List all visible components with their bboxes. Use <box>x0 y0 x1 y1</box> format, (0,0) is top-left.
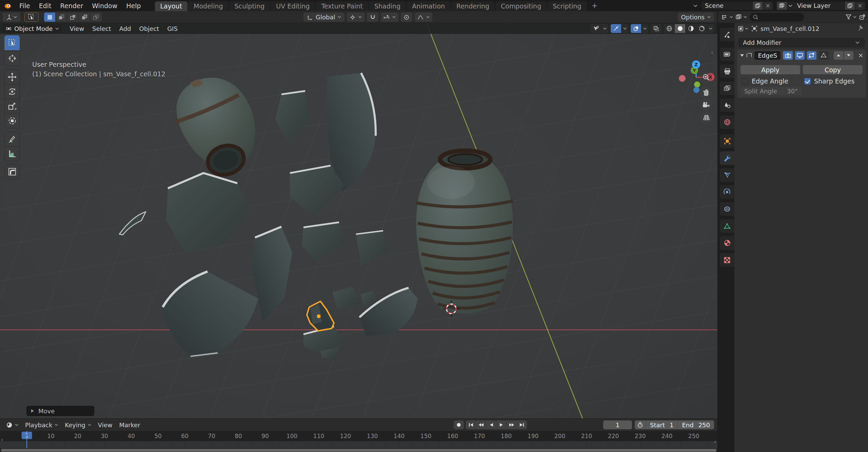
mode-selector[interactable]: Object Mode <box>3 24 62 33</box>
viewport-menu-gis[interactable]: GIS <box>163 23 182 34</box>
proportional-editing-toggle[interactable] <box>401 13 412 22</box>
modifier-move-up-button[interactable] <box>834 51 843 60</box>
sharp-edges-option[interactable]: Sharp Edges <box>804 77 854 85</box>
move-tool[interactable] <box>4 70 20 84</box>
tab-scene[interactable] <box>720 98 734 112</box>
pivot-point-dropdown[interactable] <box>347 13 364 22</box>
edge-angle-option[interactable]: Edge Angle <box>742 77 788 85</box>
timeline-menu-view[interactable]: View <box>95 421 116 429</box>
modifier-move-down-button[interactable] <box>844 51 853 60</box>
modifier-expand-icon[interactable] <box>746 52 752 58</box>
tab-output[interactable] <box>720 64 734 78</box>
modifier-render-toggle[interactable] <box>783 51 792 60</box>
select-mode-invert[interactable] <box>79 13 90 22</box>
workspace-tab-animation[interactable]: Animation <box>407 1 450 11</box>
menu-render[interactable]: Render <box>56 0 88 11</box>
rotate-tool[interactable] <box>4 84 20 99</box>
active-tool-select-box[interactable] <box>24 13 39 22</box>
split-angle-field[interactable]: Split Angle 30° <box>741 87 802 95</box>
snap-magnet-toggle[interactable] <box>367 13 378 22</box>
blender-logo-icon[interactable] <box>0 2 15 9</box>
start-frame-field[interactable]: Start 1 <box>646 420 678 429</box>
visibility-dropdown-icon[interactable] <box>601 24 608 33</box>
panel-expand-icon[interactable] <box>740 54 744 57</box>
sharp-edges-checkbox[interactable] <box>804 78 811 84</box>
3d-viewport[interactable]: Object Mode ViewSelectAddObjectGIS <box>0 23 717 418</box>
apply-button[interactable]: Apply <box>741 65 800 74</box>
operator-panel[interactable]: Move <box>26 406 94 416</box>
scene-unlink-icon[interactable]: ✕ <box>763 1 773 10</box>
modifier-cage-toggle[interactable] <box>819 51 828 60</box>
workspace-tab-modeling[interactable]: Modeling <box>188 1 228 11</box>
workspace-tab-compositing[interactable]: Compositing <box>495 1 547 11</box>
tab-constraints[interactable] <box>720 202 734 216</box>
viewport-menu-select[interactable]: Select <box>88 23 115 34</box>
options-dropdown[interactable]: Options <box>678 13 714 22</box>
timeline-menu-marker[interactable]: Marker <box>116 421 144 429</box>
editor-type-button[interactable] <box>3 13 20 22</box>
current-frame-field[interactable]: 1 <box>603 420 632 429</box>
modifier-name-field[interactable]: EdgeS <box>754 51 781 60</box>
show-gizmo-icon[interactable] <box>611 24 622 33</box>
timeline-menu-playback[interactable]: Playback <box>22 421 61 429</box>
modifier-editmode-toggle[interactable] <box>807 51 816 60</box>
view-layer-name[interactable]: View Layer <box>794 2 845 9</box>
add-modifier-dropdown[interactable]: Add Modifier <box>738 38 865 47</box>
add-primitive-tool[interactable] <box>4 164 20 179</box>
annotate-tool[interactable] <box>4 132 20 147</box>
playhead[interactable] <box>26 431 27 448</box>
display-filter-button[interactable] <box>736 14 747 20</box>
copy-button[interactable]: Copy <box>803 65 863 74</box>
measure-tool[interactable] <box>4 146 20 161</box>
workspace-tab-layout[interactable]: Layout <box>155 1 188 11</box>
preview-range-icon[interactable] <box>635 420 646 429</box>
pin-icon[interactable] <box>858 25 864 32</box>
select-mode-extend[interactable] <box>56 13 67 22</box>
add-workspace-button[interactable]: + <box>588 2 602 10</box>
tab-tool[interactable] <box>720 28 734 41</box>
jump-to-start-button[interactable] <box>466 420 476 429</box>
orthographic-toggle-button[interactable] <box>701 112 712 124</box>
select-mode-subtract[interactable] <box>67 13 79 22</box>
snap-target-dropdown[interactable] <box>381 13 398 22</box>
properties-editor-type-button[interactable] <box>722 14 733 20</box>
workspace-tab-uv-editing[interactable]: UV Editing <box>271 1 315 11</box>
sidebar-collapse-icon[interactable]: ‹ <box>711 49 713 56</box>
shading-material-icon[interactable] <box>686 24 696 33</box>
transform-orientation-dropdown[interactable]: Global <box>303 13 344 22</box>
tab-material[interactable] <box>720 236 734 250</box>
timeline-left-expand-icon[interactable]: › <box>1 436 3 443</box>
tab-particles[interactable] <box>720 168 734 182</box>
shading-dropdown-icon[interactable] <box>707 24 714 33</box>
pan-view-button[interactable] <box>701 86 712 98</box>
scale-tool[interactable] <box>4 99 20 114</box>
select-box-tool[interactable] <box>4 35 20 50</box>
workspace-tab-shading[interactable]: Shading <box>369 1 406 11</box>
properties-options-button[interactable] <box>859 14 865 20</box>
select-mode-intersect[interactable] <box>90 13 102 22</box>
modifier-realtime-toggle[interactable] <box>795 51 805 60</box>
timeline-track-area[interactable] <box>0 441 717 448</box>
scene-copy-icon[interactable] <box>752 1 763 10</box>
scene-browse-icon[interactable] <box>693 4 698 7</box>
timeline-ruler[interactable]: 1102030405060708090100110120130140150160… <box>0 431 717 441</box>
tab-object[interactable] <box>720 134 734 148</box>
workspace-tab-scripting[interactable]: Scripting <box>547 1 587 11</box>
shading-wireframe-icon[interactable] <box>664 24 675 33</box>
edge-angle-checkbox[interactable] <box>742 78 748 84</box>
view-layer-icon[interactable] <box>777 1 787 10</box>
modifier-delete-icon[interactable]: ✕ <box>858 52 863 59</box>
camera-view-button[interactable] <box>701 99 712 111</box>
shading-solid-icon[interactable] <box>675 24 686 33</box>
play-button[interactable] <box>496 420 507 429</box>
menu-file[interactable]: File <box>15 0 35 11</box>
timeline-scrollbar[interactable] <box>0 448 717 452</box>
timeline-editor-type-button[interactable] <box>3 422 22 428</box>
show-overlays-icon[interactable] <box>631 24 642 33</box>
menu-window[interactable]: Window <box>87 0 122 11</box>
tab-view-layer[interactable] <box>720 81 734 95</box>
tab-texture[interactable] <box>720 253 734 267</box>
view-layer-browse-icon[interactable] <box>788 4 793 7</box>
cursor-tool[interactable] <box>4 51 20 66</box>
shading-rendered-icon[interactable] <box>696 24 707 33</box>
